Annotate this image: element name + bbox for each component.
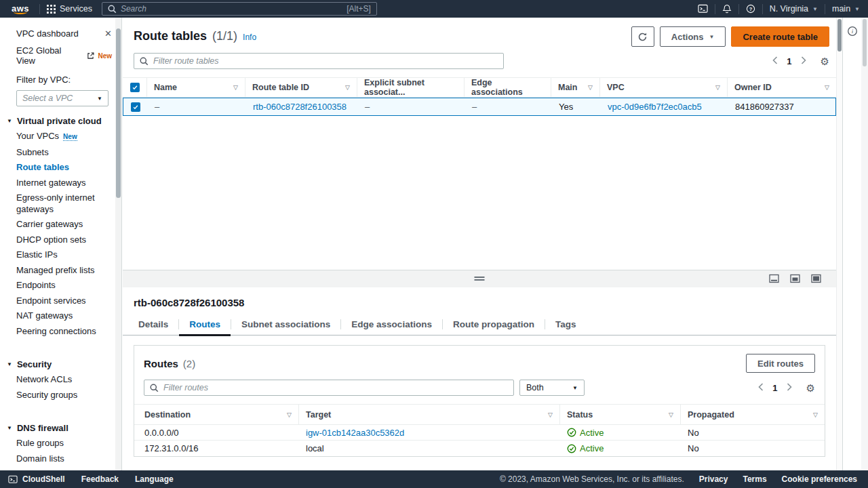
preferences-gear-icon[interactable]: ⚙ [806, 383, 815, 393]
route-tables-filter-input[interactable] [153, 56, 498, 66]
column-header-owner-id[interactable]: Owner ID▽ [728, 78, 836, 97]
table-row-selected[interactable]: – rtb-060c8728f26100358 – – Yes vpc-0d9e… [123, 98, 836, 116]
panel-size-small-icon[interactable] [769, 274, 779, 283]
close-sidebar-icon[interactable]: ✕ [104, 28, 112, 39]
row-checkbox[interactable] [131, 102, 140, 112]
main-scrollbar[interactable] [836, 18, 842, 470]
tab-tags[interactable]: Tags [545, 314, 587, 336]
column-header-main[interactable]: Main▽ [551, 78, 600, 97]
notifications-bell-icon[interactable] [722, 4, 732, 14]
next-page-icon[interactable] [787, 383, 792, 393]
sidebar-item-egress-only-internet-gateways[interactable]: Egress-only internet gateways [0, 190, 121, 217]
vpc-id-link[interactable]: vpc-0d9e6fb7f2ec0acb5 [608, 102, 702, 112]
column-header-destination[interactable]: Destination▽ [134, 405, 299, 424]
routes-filter-input[interactable] [163, 383, 508, 392]
sort-icon[interactable]: ▽ [233, 84, 238, 91]
tab-details[interactable]: Details [128, 314, 178, 336]
sidebar-scrollbar-thumb[interactable] [116, 28, 121, 198]
current-page-number[interactable]: 1 [772, 383, 777, 393]
sidebar-item-endpoint-services[interactable]: Endpoint services [0, 293, 121, 309]
sidebar-item-subnets[interactable]: Subnets [0, 145, 121, 161]
next-page-icon[interactable] [801, 56, 806, 66]
cookie-preferences-link[interactable]: Cookie preferences [782, 474, 857, 484]
sidebar-item-network-acls[interactable]: Network ACLs [0, 372, 121, 388]
sidebar-item-peering-connections[interactable]: Peering connections [0, 324, 121, 340]
feedback-link[interactable]: Feedback [81, 474, 119, 484]
sort-icon[interactable]: ▽ [813, 411, 818, 418]
column-header-name[interactable]: Name▽ [147, 78, 245, 97]
sidebar-item-route-tables[interactable]: Route tables [0, 160, 121, 176]
column-header-propagated[interactable]: Propagated▽ [681, 405, 825, 424]
select-all-checkbox[interactable] [130, 83, 140, 92]
panel-size-medium-icon[interactable] [790, 274, 800, 283]
actions-button[interactable]: Actions ▼ [660, 26, 726, 47]
previous-page-icon[interactable] [758, 383, 764, 393]
global-search-input[interactable] [121, 4, 342, 14]
sort-icon[interactable]: ▽ [715, 84, 720, 91]
preferences-gear-icon[interactable]: ⚙ [821, 56, 829, 66]
create-route-table-button[interactable]: Create route table [731, 26, 829, 47]
sidebar-item-managed-prefix-lists[interactable]: Managed prefix lists [0, 263, 121, 279]
route-table-id-link[interactable]: rtb-060c8728f26100358 [253, 102, 347, 112]
sort-icon[interactable]: ▽ [345, 84, 350, 91]
current-page-number[interactable]: 1 [787, 56, 791, 66]
vpc-filter-select[interactable]: Select a VPC ▼ [16, 90, 108, 106]
sidebar-item-security-groups[interactable]: Security groups [0, 388, 121, 403]
help-icon[interactable]: ? [746, 4, 755, 14]
window-scrollbar-thumb[interactable] [863, 19, 867, 66]
cloudshell-icon[interactable] [698, 4, 708, 14]
sort-icon[interactable]: ▽ [669, 411, 673, 418]
column-header-vpc[interactable]: VPC▽ [600, 78, 728, 97]
aws-logo[interactable]: aws [8, 0, 33, 18]
tab-routes[interactable]: Routes [179, 314, 231, 336]
previous-page-icon[interactable] [772, 56, 778, 66]
ec2-global-view-link[interactable]: EC2 Global View [16, 45, 83, 66]
sidebar-item-rule-groups[interactable]: Rule groups [0, 436, 121, 451]
sidebar-item-carrier-gateways[interactable]: Carrier gateways [0, 217, 121, 232]
tab-route-propagation[interactable]: Route propagation [443, 314, 545, 336]
privacy-link[interactable]: Privacy [699, 474, 728, 484]
sidebar-item-your-vpcs[interactable]: Your VPCsNew [0, 129, 121, 145]
sort-icon[interactable]: ▽ [548, 411, 553, 418]
tab-subnet-associations[interactable]: Subnet associations [231, 314, 340, 336]
language-link[interactable]: Language [135, 474, 174, 484]
sidebar-item-elastic-ips[interactable]: Elastic IPs [0, 247, 121, 263]
routes-filter-box[interactable] [144, 380, 514, 396]
region-selector[interactable]: N. Virginia ▼ [770, 0, 818, 18]
column-header-route-table-id[interactable]: Route table ID▽ [245, 78, 357, 97]
sidebar-scrollbar[interactable] [115, 18, 121, 470]
panel-size-large-icon[interactable] [811, 274, 821, 283]
sort-icon[interactable]: ▽ [287, 411, 292, 418]
target-igw-link[interactable]: igw-01cb142aa30c5362d [306, 428, 404, 438]
column-header-status[interactable]: Status▽ [560, 405, 681, 424]
terms-link[interactable]: Terms [743, 474, 766, 484]
refresh-button[interactable] [631, 26, 654, 47]
sort-icon[interactable]: ▽ [825, 84, 829, 91]
info-link[interactable]: Info [243, 33, 256, 42]
sidebar-link-vpc-dashboard[interactable]: VPC dashboard [16, 28, 79, 39]
route-scope-select[interactable]: Both ▼ [519, 380, 585, 396]
section-header-security[interactable]: ▼ Security [7, 359, 112, 369]
services-menu-button[interactable]: Services [47, 0, 92, 18]
column-header-explicit-subnet[interactable]: Explicit subnet associat... [357, 78, 465, 97]
sidebar-item-dhcp-option-sets[interactable]: DHCP option sets [0, 232, 121, 248]
sidebar-item-internet-gateways[interactable]: Internet gateways [0, 176, 121, 191]
main-scrollbar-thumb[interactable] [837, 19, 842, 52]
column-header-target[interactable]: Target▽ [299, 405, 560, 424]
sidebar-item-nat-gateways[interactable]: NAT gateways [0, 308, 121, 324]
split-panel-drag-handle[interactable] [475, 277, 485, 281]
section-header-dns-firewall[interactable]: ▼ DNS firewall [7, 423, 112, 433]
window-scrollbar[interactable] [861, 18, 868, 470]
column-header-edge-associations[interactable]: Edge associations [465, 78, 551, 97]
info-panel-icon[interactable]: i [843, 26, 861, 37]
tab-edge-associations[interactable]: Edge associations [341, 314, 442, 336]
global-search-box[interactable]: [Alt+S] [102, 2, 377, 16]
sort-icon[interactable]: ▽ [588, 84, 593, 91]
section-header-virtual-private-cloud[interactable]: ▼ Virtual private cloud [7, 116, 112, 126]
edit-routes-button[interactable]: Edit routes [746, 354, 815, 373]
cloudshell-footer-button[interactable]: CloudShell [8, 474, 65, 484]
sidebar-item-endpoints[interactable]: Endpoints [0, 278, 121, 293]
route-tables-filter-box[interactable] [134, 53, 504, 69]
account-menu[interactable]: main ▼ [832, 0, 860, 18]
sidebar-item-domain-lists[interactable]: Domain lists [0, 451, 121, 467]
